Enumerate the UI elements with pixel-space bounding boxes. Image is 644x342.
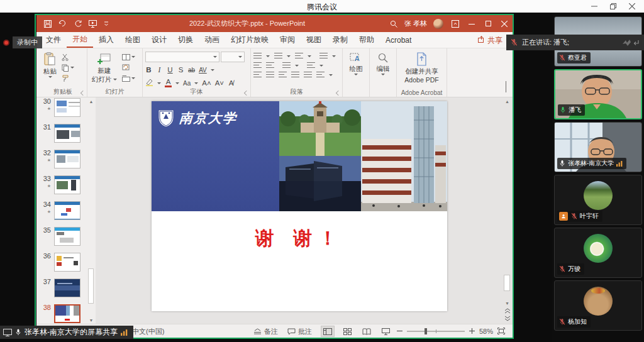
thumbnail-row-selected[interactable]: 38 <box>36 304 96 323</box>
collapse-ribbon-button[interactable] <box>506 82 506 93</box>
increase-indent-icon[interactable] <box>266 62 274 69</box>
os-close-button[interactable] <box>623 0 641 13</box>
change-case-button[interactable]: Aa <box>183 80 191 87</box>
copy-button[interactable] <box>62 63 74 72</box>
share-button[interactable]: 共享 <box>478 32 502 48</box>
participant-tile-speaking[interactable]: 潘飞 <box>554 69 642 119</box>
tab-draw[interactable]: 绘图 <box>119 32 146 48</box>
underline-button[interactable]: U <box>167 66 174 74</box>
tab-insert[interactable]: 插入 <box>93 32 119 48</box>
ribbon-display-options-icon[interactable] <box>447 15 464 32</box>
character-spacing-button[interactable]: AV <box>199 67 207 74</box>
scroll-up-icon[interactable]: ▲ <box>89 97 94 105</box>
format-painter-button[interactable] <box>62 74 74 82</box>
columns-icon[interactable] <box>304 72 312 78</box>
undo-icon[interactable] <box>58 20 67 27</box>
strikethrough-button[interactable]: S <box>177 66 184 74</box>
tab-slideshow[interactable]: 幻灯片放映 <box>225 32 274 48</box>
decrease-indent-icon[interactable] <box>253 62 262 69</box>
thumbnail-row[interactable]: 30★ <box>36 98 96 117</box>
paste-button[interactable]: 粘贴 <box>42 52 58 89</box>
thumbnail-row[interactable]: 34★ <box>36 201 96 220</box>
scroll-down-icon[interactable]: ▼ <box>89 316 94 324</box>
language-status[interactable]: 中文(中国) <box>132 324 164 338</box>
comments-button[interactable]: 批注 <box>287 324 312 338</box>
align-right-icon[interactable] <box>279 72 287 78</box>
notes-button[interactable]: 备注 <box>253 324 278 338</box>
slide-thumbnail[interactable] <box>54 175 80 194</box>
thumbnail-row[interactable]: 32★ <box>36 150 96 168</box>
ppt-maximize-button[interactable] <box>480 15 496 32</box>
thumbnail-row[interactable]: 36 <box>36 253 96 272</box>
back-arrow-icon[interactable] <box>622 39 632 47</box>
participant-tile[interactable]: 叶宇轩 <box>554 175 642 225</box>
create-share-pdf-button[interactable]: 创建并共享 Adobe PDF <box>402 52 440 89</box>
align-text-icon[interactable] <box>307 62 315 69</box>
drawing-button[interactable]: A 绘图 <box>348 52 365 89</box>
tab-review[interactable]: 审阅 <box>274 32 301 48</box>
section-button[interactable] <box>122 74 135 82</box>
convert-smartart-icon[interactable] <box>316 72 325 78</box>
scroll-down-icon[interactable]: ▼ <box>505 301 509 306</box>
save-icon[interactable] <box>44 20 52 28</box>
clear-formatting-button[interactable]: A̸ <box>228 79 235 87</box>
thumbnail-scroll-track[interactable] <box>87 105 95 316</box>
ppt-close-button[interactable] <box>496 15 513 32</box>
slide-thumbnail[interactable] <box>54 98 80 117</box>
ppt-minimize-button[interactable] <box>464 15 480 32</box>
slide-thumbnail[interactable] <box>54 201 80 220</box>
thumbnail-row[interactable]: 37 <box>36 279 96 297</box>
bold-button[interactable]: B <box>145 66 152 74</box>
text-shadow-button[interactable]: ab <box>188 67 195 74</box>
scroll-up-icon[interactable]: ▲ <box>505 99 509 104</box>
fit-to-window-button[interactable] <box>497 328 505 336</box>
zoom-out-button[interactable] <box>397 328 402 335</box>
tab-home[interactable]: 开始 <box>67 32 93 48</box>
start-slideshow-icon[interactable] <box>89 20 97 28</box>
grow-font-button[interactable]: A˄ <box>202 79 211 87</box>
slide-thumbnail[interactable] <box>54 150 80 168</box>
zoom-percentage[interactable]: 58% <box>479 328 493 335</box>
slide-scroll-thumb[interactable] <box>504 275 510 291</box>
reading-view-button[interactable] <box>360 326 373 337</box>
editing-button[interactable]: 编辑 <box>375 52 392 89</box>
slide-thumbnail[interactable] <box>54 253 80 272</box>
bullets-icon[interactable] <box>253 53 262 59</box>
thumbnail-row[interactable]: 35 <box>36 227 96 246</box>
font-color-button[interactable]: A <box>165 79 172 88</box>
next-slide-button[interactable] <box>504 316 511 321</box>
participant-tile[interactable]: 杨加知 <box>554 280 642 331</box>
thumbnail-scrollbar[interactable]: ▲ ▼ <box>87 97 95 324</box>
tab-view[interactable]: 视图 <box>301 32 327 48</box>
font-name-select[interactable] <box>145 52 219 62</box>
thumbnail-row[interactable]: 31 <box>36 124 96 143</box>
return-arrow-icon[interactable] <box>633 40 640 46</box>
slide-layout-button[interactable] <box>122 53 135 61</box>
tab-acrobat[interactable]: Acrobat <box>380 32 417 48</box>
zoom-slider[interactable] <box>407 331 465 332</box>
search-icon[interactable] <box>386 15 402 32</box>
thumbnail-scroll-thumb[interactable] <box>88 268 94 304</box>
tab-design[interactable]: 设计 <box>146 32 172 48</box>
previous-slide-button[interactable] <box>504 308 511 314</box>
numbering-icon[interactable] <box>274 53 282 59</box>
tab-record[interactable]: 录制 <box>327 32 353 48</box>
participant-tile[interactable]: 张孝林-南京大学 <box>554 122 642 172</box>
qat-customize-icon[interactable] <box>104 21 109 26</box>
multilevel-list-icon[interactable] <box>295 53 303 59</box>
normal-view-button[interactable] <box>321 326 335 337</box>
zoom-slider-thumb[interactable] <box>425 328 427 334</box>
italic-button[interactable]: I <box>156 66 163 74</box>
account-avatar[interactable] <box>433 19 443 29</box>
account-name[interactable]: 张 孝林 <box>404 19 427 28</box>
font-size-select[interactable] <box>221 52 245 62</box>
slide-sorter-view-button[interactable] <box>341 326 353 337</box>
align-left-icon[interactable] <box>253 72 262 78</box>
tab-animations[interactable]: 动画 <box>199 32 225 48</box>
text-direction-icon[interactable] <box>282 62 291 69</box>
tab-help[interactable]: 帮助 <box>353 32 380 48</box>
slide-thumbnail[interactable] <box>54 227 80 246</box>
slide-thumbnail[interactable] <box>54 304 80 323</box>
reset-slide-button[interactable] <box>122 63 135 72</box>
redo-icon[interactable] <box>74 20 82 28</box>
